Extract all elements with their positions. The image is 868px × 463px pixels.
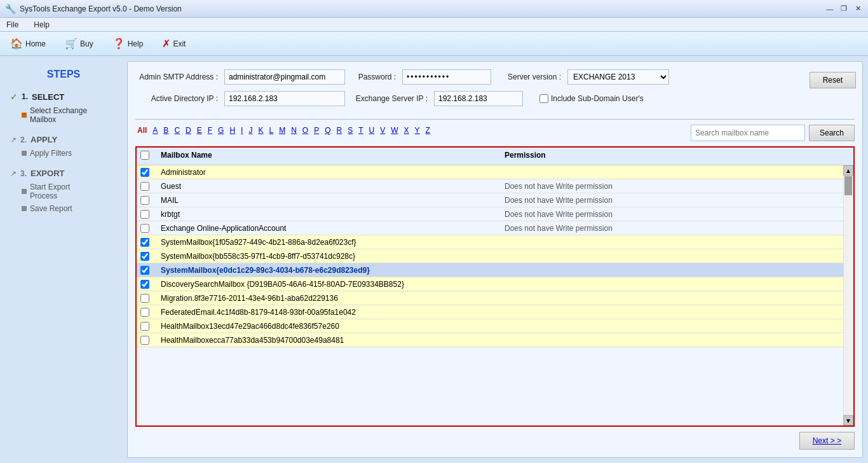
row-checkbox-9[interactable] xyxy=(140,294,149,303)
alpha-k[interactable]: K xyxy=(256,125,265,135)
alpha-u[interactable]: U xyxy=(367,125,377,135)
alpha-c[interactable]: C xyxy=(172,125,182,135)
scroll-up-button[interactable]: ▲ xyxy=(843,165,853,176)
search-input[interactable] xyxy=(691,125,805,141)
menu-help[interactable]: Help xyxy=(30,19,53,31)
search-button[interactable]: Search xyxy=(809,125,855,141)
buy-button[interactable]: 🛒 Buy xyxy=(61,36,97,52)
table-row[interactable]: SystemMailbox{e0dc1c29-89c3-4034-b678-e6… xyxy=(137,263,843,277)
select-all-checkbox[interactable] xyxy=(140,151,149,160)
step-1[interactable]: ✓ 1. SELECT xyxy=(6,89,121,104)
step-3-arrow: ↗ xyxy=(10,169,17,178)
table-row[interactable]: DiscoverySearchMailbox {D919BA05-46A6-41… xyxy=(137,277,843,291)
table-row[interactable]: Administrator xyxy=(137,165,843,179)
form-row-ip: Active Directory IP : Exchange Server IP… xyxy=(135,91,855,106)
alpha-x[interactable]: X xyxy=(402,125,411,135)
row-checkbox-6[interactable] xyxy=(140,252,149,261)
home-button[interactable]: 🏠 Home xyxy=(6,36,50,52)
password-label: Password : xyxy=(351,73,396,81)
table-row[interactable]: FederatedEmail.4c1f4d8b-8179-4148-93bf-0… xyxy=(137,305,843,319)
alpha-n[interactable]: N xyxy=(289,125,299,135)
alpha-s[interactable]: S xyxy=(346,125,355,135)
alpha-m[interactable]: M xyxy=(277,125,287,135)
row-checkbox-12[interactable] xyxy=(140,336,149,345)
help-button[interactable]: ❓ Help xyxy=(109,36,147,52)
exit-button[interactable]: ✗ Exit xyxy=(158,36,189,52)
include-subdomain-checkbox[interactable] xyxy=(539,94,548,103)
row-name-9: Migration.8f3e7716-2011-43e4-96b1-aba62d… xyxy=(156,293,499,304)
maximize-button[interactable]: ❐ xyxy=(839,4,849,14)
sidebar-item-apply-filters[interactable]: Apply Filters xyxy=(6,147,121,160)
exchange-server-input[interactable] xyxy=(434,91,523,106)
password-input[interactable] xyxy=(402,69,491,85)
minimize-button[interactable]: — xyxy=(825,4,835,14)
table-row[interactable]: krbtgtDoes not have Write permission xyxy=(137,207,843,221)
row-name-8: DiscoverySearchMailbox {D919BA05-46A6-41… xyxy=(156,279,499,290)
table-scrollbar[interactable]: ▲ ▼ xyxy=(843,165,853,425)
alpha-h[interactable]: H xyxy=(227,125,237,135)
alpha-v[interactable]: V xyxy=(378,125,387,135)
menu-file[interactable]: File xyxy=(3,19,22,31)
alpha-e[interactable]: E xyxy=(195,125,204,135)
active-directory-input[interactable] xyxy=(224,91,345,106)
row-permission-6 xyxy=(499,255,843,258)
scroll-down-button[interactable]: ▼ xyxy=(843,415,853,425)
row-checkbox-0[interactable] xyxy=(140,168,149,177)
row-checkbox-3[interactable] xyxy=(140,210,149,219)
row-checkbox-11[interactable] xyxy=(140,322,149,331)
server-version-select[interactable]: EXCHANGE 2013 EXCHANGE 2010 EXCHANGE 200… xyxy=(567,69,669,85)
alpha-t[interactable]: T xyxy=(356,125,365,135)
row-checkbox-2[interactable] xyxy=(140,196,149,205)
scroll-thumb xyxy=(844,176,852,195)
alpha-f[interactable]: F xyxy=(206,125,214,135)
alpha-p[interactable]: P xyxy=(312,125,321,135)
row-checkbox-8[interactable] xyxy=(140,280,149,289)
alpha-i[interactable]: I xyxy=(239,125,245,135)
start-export-label: Start ExportProcess xyxy=(30,183,70,200)
reset-button[interactable]: Reset xyxy=(810,72,856,88)
close-button[interactable]: ✕ xyxy=(853,4,863,14)
table-row[interactable]: MAILDoes not have Write permission xyxy=(137,193,843,207)
alpha-j[interactable]: J xyxy=(247,125,254,135)
alpha-y[interactable]: Y xyxy=(413,125,422,135)
alpha-o[interactable]: O xyxy=(301,125,310,135)
step-3[interactable]: ↗ 3. EXPORT xyxy=(6,166,121,181)
alpha-r[interactable]: R xyxy=(335,125,344,135)
table-row[interactable]: HealthMailboxecca77ab33da453b94700d03e49… xyxy=(137,333,843,347)
step-2[interactable]: ↗ 2. APPLY xyxy=(6,132,121,147)
step-2-label: APPLY xyxy=(31,135,57,144)
table-row[interactable]: Exchange Online-ApplicationAccountDoes n… xyxy=(137,221,843,235)
row-checkbox-5[interactable] xyxy=(140,238,149,247)
window-title: SysTools Exchange Export v5.0 - Demo Ver… xyxy=(20,4,182,13)
sidebar-item-start-export[interactable]: Start ExportProcess xyxy=(6,181,121,202)
table-row[interactable]: HealthMailbox13ecd47e29ac466d8dc4fe836f5… xyxy=(137,319,843,333)
col-permission-header: Permission xyxy=(499,148,843,165)
alpha-b[interactable]: B xyxy=(161,125,170,135)
row-checkbox-10[interactable] xyxy=(140,308,149,317)
alpha-l[interactable]: L xyxy=(267,125,275,135)
table-row[interactable]: SystemMailbox{bb558c35-97f1-4cb9-8ff7-d5… xyxy=(137,249,843,263)
table-row[interactable]: Migration.8f3e7716-2011-43e4-96b1-aba62d… xyxy=(137,291,843,305)
alpha-w[interactable]: W xyxy=(389,125,400,135)
step-2-arrow: ↗ xyxy=(10,135,17,144)
row-checkbox-7[interactable] xyxy=(140,266,149,275)
sidebar-item-select-mailbox[interactable]: Select ExchangeMailbox xyxy=(6,104,121,126)
alpha-a[interactable]: A xyxy=(151,125,159,135)
row-checkbox-1[interactable] xyxy=(140,182,149,191)
alpha-all[interactable]: All xyxy=(135,125,149,135)
next-button[interactable]: Next > > xyxy=(799,432,855,450)
row-name-12: HealthMailboxecca77ab33da453b94700d03e49… xyxy=(156,335,499,346)
sidebar-item-save-report[interactable]: Save Report xyxy=(6,202,121,215)
alpha-g[interactable]: G xyxy=(216,125,226,135)
table-row[interactable]: SystemMailbox{1f05a927-449c-4b21-886a-8d… xyxy=(137,235,843,249)
toolbar: 🏠 Home 🛒 Buy ❓ Help ✗ Exit xyxy=(0,32,868,56)
alpha-q[interactable]: Q xyxy=(323,125,332,135)
admin-smtp-input[interactable] xyxy=(224,69,345,85)
sub-dot-gray-icon-3 xyxy=(22,206,27,211)
row-permission-4: Does not have Write permission xyxy=(499,223,843,234)
alpha-z[interactable]: Z xyxy=(424,125,432,135)
alpha-d[interactable]: D xyxy=(184,125,193,135)
table-row[interactable]: GuestDoes not have Write permission xyxy=(137,179,843,193)
row-checkbox-4[interactable] xyxy=(140,224,149,233)
help-label: Help xyxy=(128,39,144,48)
